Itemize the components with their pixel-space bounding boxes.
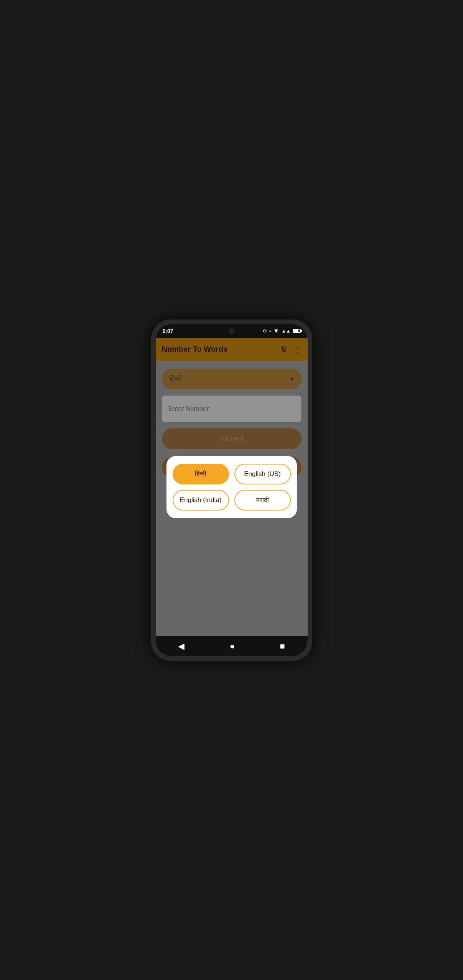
language-picker-dialog: हिन्दी English (US) English (India) मराठ… bbox=[166, 456, 297, 518]
lang-option-english-us[interactable]: English (US) bbox=[234, 464, 291, 484]
lang-option-marathi[interactable]: मराठी bbox=[234, 490, 291, 511]
app-content: Number To Words ♛ ⋮ हिन्दी ▾ bbox=[156, 338, 308, 636]
lang-option-hindi[interactable]: हिन्दी bbox=[173, 464, 229, 484]
settings-status-icon: ⚙ bbox=[263, 328, 267, 334]
status-time: 9:07 bbox=[163, 328, 173, 334]
battery-icon bbox=[293, 329, 301, 333]
nav-recent-button[interactable]: ■ bbox=[272, 638, 292, 654]
lang-option-english-india[interactable]: English (India) bbox=[173, 490, 229, 511]
status-icons: ⚙ ▪ ▼ ▲▲ bbox=[263, 328, 301, 334]
lang-marathi-label: मराठी bbox=[256, 496, 269, 504]
lang-english-india-label: English (India) bbox=[180, 496, 222, 504]
wifi-icon: ▼ bbox=[273, 328, 279, 334]
signal-icon: ▲▲ bbox=[282, 328, 291, 334]
status-bar: 9:07 ⚙ ▪ ▼ ▲▲ bbox=[156, 324, 308, 338]
phone-frame: 9:07 ⚙ ▪ ▼ ▲▲ Number To Words ♛ ⋮ bbox=[151, 320, 312, 661]
nav-home-button[interactable]: ● bbox=[222, 638, 242, 654]
phone-screen: 9:07 ⚙ ▪ ▼ ▲▲ Number To Words ♛ ⋮ bbox=[156, 324, 308, 656]
language-options-grid: हिन्दी English (US) English (India) मराठ… bbox=[173, 464, 291, 511]
lang-hindi-label: हिन्दी bbox=[195, 470, 206, 478]
lang-english-us-label: English (US) bbox=[244, 470, 280, 478]
bottom-nav: ◀ ● ■ bbox=[156, 636, 308, 656]
sim-status-icon: ▪ bbox=[269, 328, 271, 334]
overlay[interactable]: हिन्दी English (US) English (India) मराठ… bbox=[156, 338, 308, 636]
nav-back-button[interactable]: ◀ bbox=[170, 638, 192, 654]
camera-notch bbox=[229, 328, 235, 334]
